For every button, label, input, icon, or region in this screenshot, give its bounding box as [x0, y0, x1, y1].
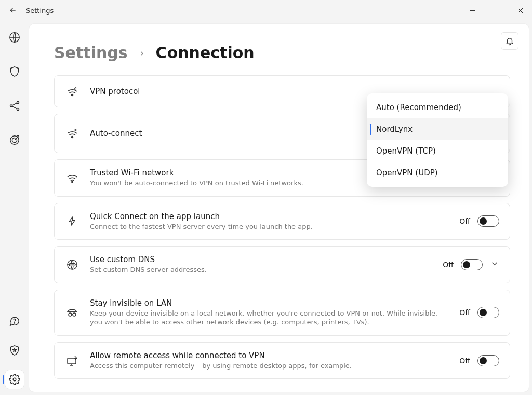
- svg-point-6: [17, 102, 19, 104]
- card-description: Set custom DNS server addresses.: [90, 265, 432, 275]
- toggle-state-label: Off: [443, 261, 454, 269]
- card-invisible-lan: Stay invisible on LAN Keep your device i…: [54, 290, 510, 336]
- titlebar: Settings: [0, 0, 532, 21]
- sidebar-item-globe[interactable]: [5, 28, 24, 47]
- sidebar-item-target[interactable]: [5, 131, 24, 149]
- svg-point-10: [14, 323, 15, 323]
- minimize-button[interactable]: [460, 0, 484, 21]
- remote-access-toggle[interactable]: [477, 355, 499, 366]
- dropdown-option-openvpn-tcp[interactable]: OpenVPN (TCP): [367, 140, 508, 162]
- svg-point-18: [69, 313, 72, 316]
- card-description: Keep your device invisible on a local ne…: [90, 309, 449, 327]
- svg-point-19: [73, 313, 76, 316]
- svg-point-7: [17, 108, 19, 110]
- chevron-down-icon[interactable]: [490, 259, 499, 270]
- svg-rect-1: [494, 8, 499, 13]
- svg-text:DNS: DNS: [70, 264, 74, 266]
- toggle-state-label: Off: [459, 308, 470, 317]
- svg-point-13: [72, 137, 73, 138]
- dropdown-option-nordlynx[interactable]: NordLynx: [367, 118, 508, 140]
- remote-monitor-icon: [65, 356, 79, 366]
- close-button[interactable]: [508, 0, 532, 21]
- card-title: Stay invisible on LAN: [90, 298, 449, 308]
- wifi-plus-icon: [65, 128, 79, 139]
- dropdown-option-openvpn-udp[interactable]: OpenVPN (UDP): [367, 162, 508, 184]
- sidebar-item-settings[interactable]: [5, 370, 24, 389]
- svg-point-5: [10, 105, 12, 107]
- app-body: Settings Connection VPN protocol Auto-co…: [0, 21, 532, 395]
- wifi-icon: [65, 173, 79, 183]
- svg-rect-20: [68, 358, 76, 364]
- card-quick-connect: Quick Connect on the app launch Connect …: [54, 203, 510, 240]
- chevron-right-icon: [138, 47, 145, 60]
- card-description: Access this computer remotely – by using…: [90, 361, 449, 371]
- dns-globe-icon: DNS: [65, 259, 79, 270]
- wifi-star-icon: [65, 86, 79, 97]
- svg-point-11: [13, 378, 16, 381]
- custom-dns-toggle[interactable]: [461, 259, 483, 270]
- window-title: Settings: [26, 7, 54, 15]
- svg-point-14: [72, 181, 73, 182]
- toggle-state-label: Off: [459, 357, 470, 365]
- lightning-icon: [65, 215, 79, 227]
- sidebar-item-shield[interactable]: [5, 62, 24, 81]
- card-custom-dns: DNS Use custom DNS Set custom DNS server…: [54, 246, 510, 283]
- breadcrumb: Settings Connection: [54, 44, 510, 62]
- card-title: Quick Connect on the app launch: [90, 212, 449, 221]
- toggle-state-label: Off: [459, 217, 470, 225]
- invisible-lan-toggle[interactable]: [477, 307, 499, 318]
- svg-point-12: [72, 94, 73, 96]
- breadcrumb-current: Connection: [156, 44, 255, 62]
- breadcrumb-parent[interactable]: Settings: [54, 44, 128, 62]
- notifications-button[interactable]: [501, 32, 518, 50]
- dropdown-option-auto[interactable]: Auto (Recommended): [367, 97, 508, 118]
- sidebar-item-mesh[interactable]: [5, 97, 24, 115]
- main-panel: Settings Connection VPN protocol Auto-co…: [29, 24, 529, 392]
- vpn-protocol-dropdown: Auto (Recommended) NordLynx OpenVPN (TCP…: [367, 93, 508, 187]
- sidebar-item-shield-star[interactable]: [5, 341, 24, 360]
- sidebar: [0, 21, 29, 395]
- back-button[interactable]: [5, 3, 21, 18]
- card-remote-access: Allow remote access while connected to V…: [54, 342, 510, 379]
- sidebar-item-help[interactable]: [5, 312, 24, 331]
- quick-connect-toggle[interactable]: [477, 215, 499, 227]
- maximize-button[interactable]: [484, 0, 508, 21]
- card-description: Connect to the fastest VPN server every …: [90, 222, 449, 231]
- card-title: Use custom DNS: [90, 255, 432, 264]
- card-title: Allow remote access while connected to V…: [90, 351, 449, 360]
- incognito-icon: [65, 307, 79, 318]
